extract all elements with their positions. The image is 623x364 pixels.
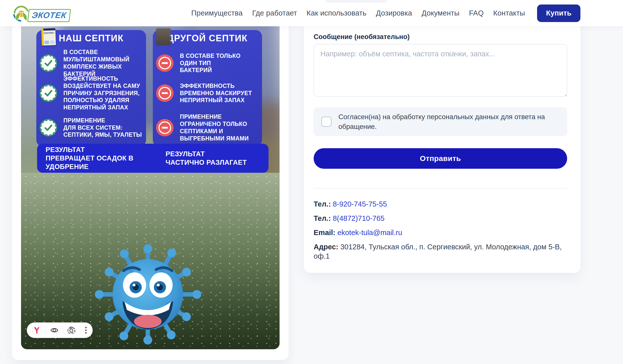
package-side-strip (41, 29, 44, 46)
other-product-blur (156, 28, 171, 45)
contacts-block: Тел.: 8-920-745-75-55 Тел.: 8(4872)710-7… (314, 200, 567, 266)
minus-circle-icon (156, 84, 174, 102)
top-navigation: ЭКОТЕК Преимущества Где работает Как исп… (0, 0, 623, 26)
nav-item-documents[interactable]: Документы (422, 9, 459, 17)
consent-checkbox[interactable] (321, 117, 331, 127)
panel-our-septic: НАШ СЕПТИК В СОСТАВЕ МУЛЬТИШТАММОВЫЙ КОМ… (36, 30, 146, 146)
other-feature-text: ЭФФЕКТИВНОСТЬ ВРЕМЕННО МАСКИРУЕТ НЕПРИЯТ… (180, 82, 252, 104)
phone-link[interactable]: 8(4872)710-765 (333, 214, 385, 222)
email-label: Email: (314, 229, 335, 237)
email-line: Email: ekotek-tula@mail.ru (314, 228, 567, 237)
buy-button[interactable]: Купить (537, 5, 580, 22)
comparison-card: СЕПТИК+ НАШ СЕПТИК В СОСТАВЕ МУЛЬТИШТАММ… (12, 0, 289, 360)
check-rosette-icon (40, 54, 57, 72)
nav-item-advantages[interactable]: Преимущества (191, 9, 243, 17)
our-feature-text: ЭФФЕКТИВНОСТЬ ВОЗДЕЙСТВУЕТ НА САМУ ПРИЧИ… (63, 75, 140, 111)
phone-line: Тел.: 8-920-745-75-55 (314, 200, 567, 209)
contact-form-card: Сообщение (необязательно) Согласен(на) н… (304, 0, 580, 273)
phone-label: Тел.: (314, 214, 331, 222)
our-feature-row: ПРИМЕНЕНИЕ ДЛЯ ВСЕХ СИСТЕМ: СЕПТИКИ, ЯМЫ… (40, 113, 144, 143)
camera-icon[interactable] (67, 326, 76, 334)
address-line: Адрес: 301284, Тульская обл., п. Сергиев… (314, 242, 567, 261)
logo[interactable]: ЭКОТЕК (12, 4, 70, 22)
toolbar-divider (63, 326, 63, 334)
minus-circle-icon (156, 119, 174, 136)
panel-other-septic: ДРУГОЙ СЕПТИК В СОСТАВЕ ТОЛЬКО ОДИН ТИП … (153, 30, 262, 146)
our-feature-text: В СОСТАВЕ МУЛЬТИШТАММОВЫЙ КОМПЛЕКС ЖИВЫХ… (63, 49, 144, 78)
message-label: Сообщение (необязательно) (314, 33, 410, 41)
product-package: СЕПТИК+ (41, 28, 56, 46)
other-feature-text: В СОСТАВЕ ТОЛЬКО ОДИН ТИП БАКТЕРИЙ (180, 52, 240, 74)
other-feature-row: ЭФФЕКТИВНОСТЬ ВРЕМЕННО МАСКИРУЕТ НЕПРИЯТ… (156, 74, 260, 112)
nav-item-contacts[interactable]: Контакты (493, 9, 525, 17)
result-banner-other: РЕЗУЛЬТАТ ЧАСТИЧНО РАЗЛАГАЕТ (157, 144, 269, 173)
package-photo (50, 40, 55, 44)
check-rosette-icon (40, 84, 57, 102)
result-banner-other-text: РЕЗУЛЬТАТ ЧАСТИЧНО РАЗЛАГАЕТ (166, 150, 247, 167)
package-photo (44, 40, 49, 45)
result-banner-our-text: РЕЗУЛЬТАТ ПРЕВРАЩАЕТ ОСАДОК В УДОБРЕНИЕ (46, 145, 134, 171)
consent-panel[interactable]: Согласен(на) на обработку персональных д… (314, 107, 567, 136)
email-link[interactable]: ekotek-tula@mail.ru (337, 229, 402, 237)
our-feature-row: ЭФФЕКТИВНОСТЬ ВОЗДЕЙСТВУЕТ НА САМУ ПРИЧИ… (40, 74, 144, 112)
nav-menu: Преимущества Где работает Как использова… (191, 5, 580, 22)
package-top-strip (41, 28, 55, 31)
address-label: Адрес: (314, 243, 338, 251)
microbe-mascot (93, 239, 203, 349)
phone-label: Тел.: (314, 200, 331, 208)
minus-circle-icon (156, 54, 174, 72)
package-name: СЕПТИК+ (44, 32, 55, 35)
address-value: 301284, Тульская обл., п. Сергиевский, у… (314, 243, 562, 260)
eye-icon[interactable] (50, 326, 59, 334)
kebab-menu-icon[interactable] (84, 326, 88, 334)
comparison-image: СЕПТИК+ НАШ СЕПТИК В СОСТАВЕ МУЛЬТИШТАММ… (21, 0, 280, 349)
nav-item-dosage[interactable]: Дозировка (376, 9, 412, 17)
our-feature-text: ПРИМЕНЕНИЕ ДЛЯ ВСЕХ СИСТЕМ: СЕПТИКИ, ЯМЫ… (63, 117, 142, 139)
nav-item-how-to-use[interactable]: Как использовать (307, 9, 366, 17)
yandex-logo-icon[interactable] (32, 325, 42, 335)
consent-text: Согласен(на) на обработку персональных д… (338, 112, 546, 131)
toolbar-divider (80, 326, 80, 334)
message-textarea[interactable] (314, 44, 567, 97)
check-rosette-icon (40, 119, 57, 136)
image-overlay-toolbar (27, 322, 93, 338)
submit-button[interactable]: Отправить (314, 148, 567, 169)
other-feature-row: ПРИМЕНЕНИЕ ОГРАНИЧЕНО ТОЛЬКО СЕПТИКАМИ И… (156, 113, 260, 143)
cutoff-element-top (326, 0, 387, 3)
phone-line: Тел.: 8(4872)710-765 (314, 214, 567, 223)
result-banner-our: РЕЗУЛЬТАТ ПРЕВРАЩАЕТ ОСАДОК В УДОБРЕНИЕ (37, 144, 166, 173)
toolbar-divider (46, 326, 46, 334)
contact-form: Сообщение (необязательно) Согласен(на) н… (314, 0, 567, 273)
phone-link[interactable]: 8-920-745-75-55 (333, 200, 387, 208)
logo-text: ЭКОТЕК (27, 9, 71, 22)
other-feature-text: ПРИМЕНЕНИЕ ОГРАНИЧЕНО ТОЛЬКО СЕПТИКАМИ И… (180, 113, 249, 142)
nav-item-where-works[interactable]: Где работает (252, 9, 297, 17)
nav-item-faq[interactable]: FAQ (469, 9, 484, 17)
divider (314, 188, 567, 189)
